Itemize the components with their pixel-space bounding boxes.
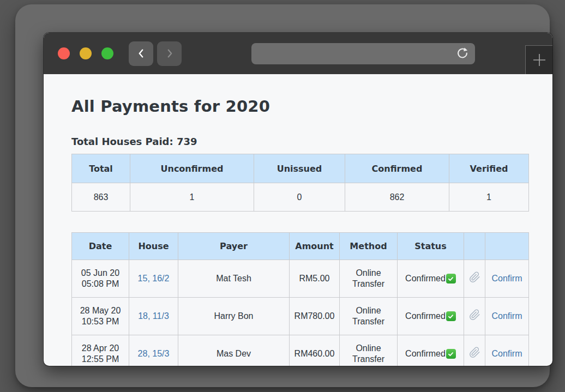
new-tab-button[interactable] <box>525 45 552 74</box>
summary-confirmed-value: 862 <box>345 183 449 212</box>
minimize-window-button[interactable] <box>80 47 92 59</box>
payments-header-date: Date <box>72 233 129 260</box>
summary-header-total: Total <box>72 154 130 183</box>
summary-unissued-value: 0 <box>254 183 345 212</box>
payment-amount: RM5.00 <box>290 260 340 298</box>
page-title: All Payments for 2020 <box>71 97 525 116</box>
status-badge: Confirmed <box>405 348 456 359</box>
payments-header-status: Status <box>398 233 464 260</box>
payments-table: Date House Payer Amount Method Status <box>71 232 529 366</box>
payment-date: 28 May 20 10:53 PM <box>72 298 129 335</box>
payment-method: Online Transfer <box>340 335 398 366</box>
payment-date: 28 Apr 20 12:55 PM <box>72 335 129 366</box>
nav-buttons <box>129 41 182 66</box>
browser-window: All Payments for 2020 Total Houses Paid:… <box>44 33 552 366</box>
payments-header-house: House <box>129 233 178 260</box>
page-content: All Payments for 2020 Total Houses Paid:… <box>44 74 552 366</box>
status-text: Confirmed <box>405 311 446 322</box>
status-text: Confirmed <box>405 348 446 359</box>
payment-amount: RM780.00 <box>290 298 340 335</box>
payment-row: 28 Apr 20 12:55 PM 28, 15/3 Mas Dev RM46… <box>72 335 529 366</box>
chevron-right-icon <box>164 47 176 59</box>
confirm-link[interactable]: Confirm <box>491 311 522 321</box>
payment-method: Online Transfer <box>340 298 398 335</box>
desktop-background: All Payments for 2020 Total Houses Paid:… <box>0 0 565 392</box>
payments-header-amount: Amount <box>290 233 340 260</box>
payments-header-payer: Payer <box>178 233 290 260</box>
forward-button[interactable] <box>157 41 182 66</box>
paperclip-icon[interactable] <box>469 347 480 358</box>
payments-header-attachment <box>464 233 485 260</box>
paperclip-icon[interactable] <box>469 309 480 321</box>
summary-values-row: 863 1 0 862 1 <box>72 183 529 212</box>
payments-header-action <box>485 233 529 260</box>
summary-header-confirmed: Confirmed <box>345 154 449 183</box>
summary-total-value: 863 <box>72 183 130 212</box>
confirm-link[interactable]: Confirm <box>491 349 522 358</box>
status-text: Confirmed <box>405 273 446 284</box>
payments-header-row: Date House Payer Amount Method Status <box>72 233 529 260</box>
chevron-left-icon <box>135 47 147 59</box>
payment-payer: Mat Tesh <box>178 260 290 298</box>
check-mark-icon <box>446 349 456 359</box>
summary-verified-value: 1 <box>449 183 529 212</box>
payments-header-method: Method <box>340 233 398 260</box>
payment-payer: Harry Bon <box>178 298 290 335</box>
address-input[interactable] <box>258 49 454 59</box>
close-window-button[interactable] <box>58 47 70 59</box>
back-button[interactable] <box>129 41 153 66</box>
summary-header-verified: Verified <box>449 154 529 183</box>
summary-header-unconfirmed: Unconfirmed <box>130 154 254 183</box>
paperclip-icon[interactable] <box>469 272 480 283</box>
check-mark-icon <box>446 274 456 284</box>
payment-row: 28 May 20 10:53 PM 18, 11/3 Harry Bon RM… <box>72 298 529 335</box>
status-badge: Confirmed <box>405 273 456 284</box>
summary-table: Total Unconfirmed Unissued Confirmed Ver… <box>71 154 529 212</box>
house-link[interactable]: 15, 16/2 <box>138 274 170 283</box>
refresh-icon[interactable] <box>454 45 471 62</box>
check-mark-icon <box>446 311 456 321</box>
browser-toolbar <box>44 33 552 74</box>
window-controls <box>58 47 113 59</box>
payment-row: 05 Jun 20 05:08 PM 15, 16/2 Mat Tesh RM5… <box>72 260 529 298</box>
summary-header-row: Total Unconfirmed Unissued Confirmed Ver… <box>72 154 529 183</box>
total-houses-paid: Total Houses Paid: 739 <box>71 136 525 147</box>
summary-header-unissued: Unissued <box>254 154 345 183</box>
payment-method: Online Transfer <box>340 260 398 298</box>
summary-unconfirmed-value: 1 <box>130 183 254 212</box>
address-bar[interactable] <box>251 43 475 64</box>
confirm-link[interactable]: Confirm <box>491 274 522 283</box>
payment-payer: Mas Dev <box>178 335 290 366</box>
house-link[interactable]: 28, 15/3 <box>138 349 170 358</box>
payment-amount: RM460.00 <box>290 335 340 366</box>
house-link[interactable]: 18, 11/3 <box>138 311 169 321</box>
window-backdrop: All Payments for 2020 Total Houses Paid:… <box>15 4 550 387</box>
status-badge: Confirmed <box>405 311 456 322</box>
maximize-window-button[interactable] <box>101 47 113 59</box>
plus-icon <box>531 52 548 68</box>
payment-date: 05 Jun 20 05:08 PM <box>72 260 129 298</box>
